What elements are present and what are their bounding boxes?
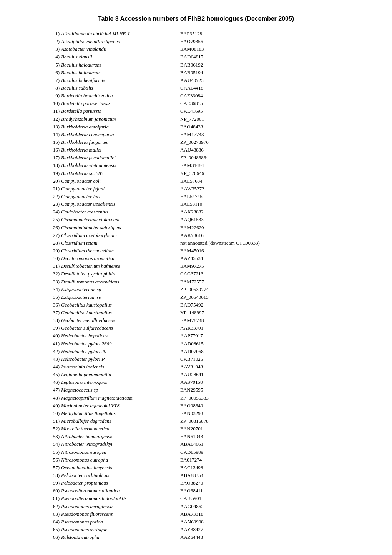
table-row: 47)Magnetococcus spEAN29595	[46, 386, 346, 394]
table-row: 63)Pseudomonas fluorescensABA73318	[46, 510, 346, 518]
table-row: 19)Burkholderia sp. 383YP_370646	[46, 170, 346, 177]
table-row: 38)Geobacter metallireducensEAM78748	[46, 317, 346, 324]
accession-number: AAP77917	[180, 332, 203, 340]
species-name: Helicobacter pylori J9	[61, 348, 176, 355]
entry-number: 28)	[46, 239, 60, 247]
entry-number: 55)	[46, 448, 60, 456]
entry-number: 51)	[46, 417, 60, 425]
table-row: 42)Helicobacter pylori J9AAD07068	[46, 348, 346, 355]
accession-number: ZP_00056383	[180, 394, 209, 402]
species-name: Oceanobacillus iheyensis	[61, 464, 176, 472]
accession-number: EAO68411	[180, 487, 203, 495]
table-row: 43)Helicobacter pylori PCAB71025	[46, 355, 346, 363]
accession-number: AAK78616	[180, 232, 204, 239]
accession-number: AAZ64443	[180, 533, 203, 541]
table-row: 50)Methylobacillus flagellatusEAN03298	[46, 410, 346, 417]
entry-number: 18)	[46, 162, 60, 169]
entry-number: 31)	[46, 262, 60, 270]
species-name: Geobacter metallireducens	[61, 317, 176, 324]
species-name: Geobacter sulfurreducens	[61, 324, 176, 332]
table-row: 17)Burkholderia pseudomalleiZP_00486864	[46, 154, 346, 162]
species-name: Moorella thermoacetica	[61, 425, 176, 433]
accession-number: AAU28641	[180, 371, 204, 378]
entry-number: 17)	[46, 154, 60, 162]
entry-number: 38)	[46, 317, 60, 324]
table-row: 61)Pseudoalteromonas haloplanktisCAI8590…	[46, 495, 346, 502]
accession-number: AAD07068	[180, 348, 204, 355]
table-row: 9)Bordetella bronchisepticaCAE33084	[46, 92, 346, 100]
accession-number: BAD64817	[180, 53, 203, 61]
accession-number: EAN29595	[180, 386, 203, 394]
entry-number: 54)	[46, 440, 60, 448]
species-name: Nitrobacter winogradskyi	[61, 440, 176, 448]
entry-number: 12)	[46, 115, 60, 123]
accession-number: ABA73318	[180, 510, 203, 518]
table-row: 6)Bacillus haloduransBAB05194	[46, 69, 346, 77]
accession-number: ZP_00278976	[180, 138, 209, 146]
entry-number: 11)	[46, 107, 60, 115]
table-row: 59)Pelobacter propionicusEAO38270	[46, 479, 346, 487]
accession-number: EAM22620	[180, 224, 204, 232]
entry-number: 24)	[46, 208, 60, 216]
species-name: Chromohalobacter salexigens	[61, 224, 176, 232]
accession-number: EAO98649	[180, 402, 203, 410]
table-row: 60)Pseudoalteromonas atlanticaEAO68411	[46, 487, 346, 495]
accession-number: AAY38427	[180, 526, 203, 533]
table-title: Table 3 Accession numbers of FlhB2 homol…	[23, 15, 369, 22]
table-row: 8)Bacillus subtilisCAA04418	[46, 84, 346, 92]
species-name: Pelobacter carbinolicus	[61, 472, 176, 479]
entry-number: 48)	[46, 394, 60, 402]
species-name: Geobacillus kaustophilus	[61, 301, 176, 309]
accession-number: CAI85901	[180, 495, 201, 502]
entry-number: 53)	[46, 433, 60, 440]
accession-number: EAM31484	[180, 162, 204, 169]
table-row: 29)Clostridium thermocellumEAM45016	[46, 247, 346, 255]
species-name: Pseudoalteromonas atlantica	[61, 487, 176, 495]
entry-number: 30)	[46, 255, 60, 262]
entry-number: 15)	[46, 138, 60, 146]
species-name: Bacillus subtilis	[61, 84, 176, 92]
entry-number: 63)	[46, 510, 60, 518]
species-name: Magnetospirillum magnetotacticum	[61, 394, 176, 402]
table-row: 25)Chromobacterium violaceumAAQ61533	[46, 216, 346, 223]
entry-number: 66)	[46, 533, 60, 541]
species-name: Helicobacter hepaticus	[61, 332, 176, 340]
species-name: Pseudomonas aeruginosa	[61, 503, 176, 510]
table-row: 36)Geobacillus kaustophilusBAD75492	[46, 301, 346, 309]
entry-number: 27)	[46, 232, 60, 239]
accession-number: AAG04862	[180, 503, 204, 510]
accession-number: NP_772001	[180, 115, 204, 123]
species-name: Azotobacter vinelandii	[61, 45, 176, 53]
accession-number: EAM78748	[180, 317, 204, 324]
entry-number: 4)	[46, 53, 60, 61]
species-name: Pelobacter propionicus	[61, 479, 176, 487]
accession-number: EAL57634	[180, 177, 203, 185]
table-row: 51)Microbulbifer degradansZP_00316878	[46, 417, 346, 425]
table-row: 44)Idiomarinia iohiensisAAV81948	[46, 363, 346, 371]
table-row: 14)Burkholderia cenocepaciaEAM17743	[46, 131, 346, 138]
entry-number: 3)	[46, 45, 60, 53]
entry-number: 22)	[46, 193, 60, 200]
entry-number: 25)	[46, 216, 60, 223]
species-name: Bordetella bronchiseptica	[61, 92, 176, 100]
species-name: Burkholderia vietnamiensis	[61, 162, 176, 169]
table-row: 35)Exiguobacterium spZP_00540013	[46, 293, 346, 301]
table-row: 49)Marinobacter aquaeolei VT8EAO98649	[46, 402, 346, 410]
table-row: 22)Campylobacter lariEAL54745	[46, 193, 346, 200]
table-row: 52)Moorella thermoaceticaEAN20701	[46, 425, 346, 433]
table-row: 45)Legionella pneumophiliaAAU28641	[46, 371, 346, 378]
table-row: 41)Helicobacter pylori 2669AAD08615	[46, 340, 346, 348]
table-row: 65)Pseudomonas syringaeAAY38427	[46, 526, 346, 533]
accession-number: AAK23882	[180, 208, 204, 216]
accession-number: EAO79356	[180, 38, 203, 45]
accession-number: CAE36815	[180, 100, 203, 107]
species-name: Campylobacter coli	[61, 177, 176, 185]
species-name: Magnetococcus sp	[61, 386, 176, 394]
table-row: 46)Leptospira interrogansAAS70158	[46, 378, 346, 386]
table-row: 26)Chromohalobacter salexigensEAM22620	[46, 224, 346, 232]
entry-number: 41)	[46, 340, 60, 348]
entry-number: 59)	[46, 479, 60, 487]
entry-number: 6)	[46, 69, 60, 77]
entry-number: 64)	[46, 518, 60, 526]
entry-number: 62)	[46, 503, 60, 510]
